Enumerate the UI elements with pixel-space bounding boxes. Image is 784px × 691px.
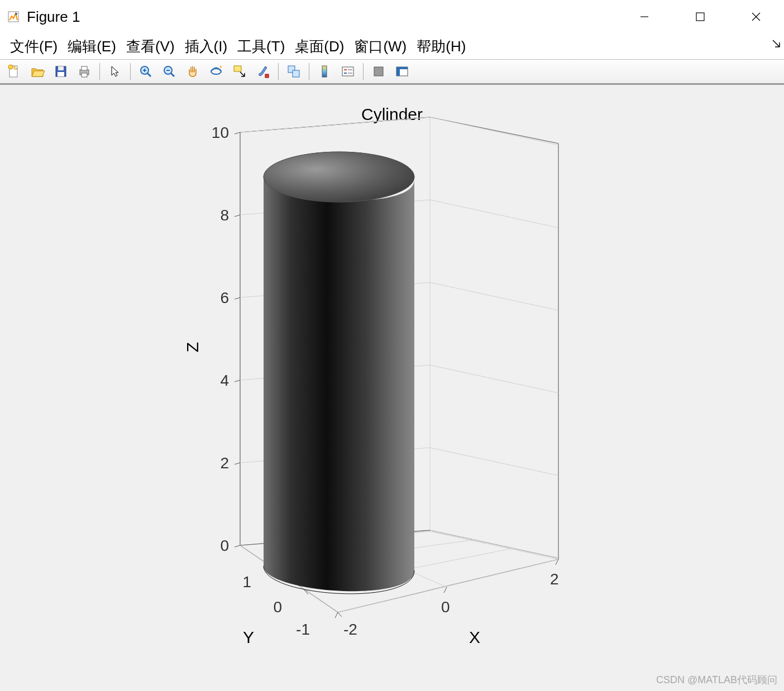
pointer-icon[interactable] [104,61,126,81]
open-file-icon[interactable] [27,61,48,81]
svg-line-19 [171,73,174,76]
datacursor-icon[interactable] [229,61,250,81]
svg-line-71 [235,215,240,217]
svg-point-7 [8,65,13,69]
svg-rect-9 [58,66,64,70]
menu-tools[interactable]: 工具(T) [234,36,288,57]
svg-line-68 [235,463,240,464]
z-tick-8: 8 [220,207,229,224]
watermark: CSDN @MATLAB代码顾问 [656,673,777,687]
menu-window[interactable]: 窗口(W) [351,36,410,57]
rotate3d-icon[interactable] [205,61,227,81]
z-axis-ticks: 0 2 4 6 8 10 [212,124,240,554]
legend-icon[interactable] [337,61,358,81]
matlab-figure-icon [7,10,20,23]
svg-line-15 [147,73,151,76]
close-button[interactable] [728,0,784,33]
svg-line-70 [235,297,240,299]
svg-rect-12 [82,66,87,70]
svg-rect-32 [374,67,383,76]
y-tick-0: 0 [273,598,282,616]
z-tick-10: 10 [212,124,229,141]
y-tick--1: -1 [296,621,310,638]
zoom-out-icon[interactable] [159,61,180,81]
z-tick-6: 6 [220,289,229,306]
svg-rect-25 [293,70,299,77]
toolbar [0,59,784,85]
z-axis-label: Z [183,342,202,352]
toolbar-separator [363,63,364,80]
print-icon[interactable] [74,61,95,81]
zoom-in-icon[interactable] [135,61,156,81]
maximize-button[interactable] [672,0,728,33]
toolbar-separator [130,63,131,80]
z-tick-4: 4 [220,372,229,389]
window-controls [616,0,784,33]
y-tick-1: 1 [242,573,251,591]
menu-desktop[interactable]: 桌面(D) [291,36,347,57]
svg-rect-23 [265,74,269,78]
svg-line-69 [235,380,240,382]
svg-rect-22 [234,66,241,71]
minimize-button[interactable] [616,0,672,33]
svg-line-73 [335,612,338,618]
titlebar: Figure 1 [0,0,784,33]
dock-arrow-icon[interactable] [772,39,781,50]
y-axis-label: Y [243,628,254,646]
window-title: Figure 1 [27,8,80,26]
svg-rect-27 [342,67,353,76]
menubar: 文件(F) 编辑(E) 查看(V) 插入(I) 工具(T) 桌面(D) 窗口(W… [0,33,784,59]
svg-line-76 [338,612,342,617]
dock-icon[interactable] [368,61,389,81]
cylinder-surface [264,152,414,594]
link-icon[interactable] [283,61,304,81]
svg-rect-10 [58,72,64,76]
svg-rect-35 [400,67,408,69]
axes-3d[interactable]: 0 2 4 6 8 10 -2 0 2 -1 0 1 Z X Y [0,85,784,691]
toolbar-separator [99,63,100,80]
svg-point-79 [264,152,414,202]
pan-icon[interactable] [182,61,203,81]
svg-line-72 [235,132,240,134]
svg-line-74 [444,587,447,593]
new-file-icon[interactable] [3,61,25,81]
menu-edit[interactable]: 编辑(E) [64,36,119,57]
x-tick-0: 0 [441,598,450,616]
svg-rect-34 [396,67,400,76]
save-icon[interactable] [50,61,71,81]
z-tick-0: 0 [220,537,229,554]
x-tick--2: -2 [343,621,357,638]
x-axis-label: X [469,628,480,646]
toolbar-separator [278,63,279,80]
svg-marker-37 [430,117,558,559]
svg-rect-26 [322,66,327,77]
plot-tools-icon[interactable] [391,61,413,81]
menu-view[interactable]: 查看(V) [123,36,178,57]
toolbar-separator [309,63,309,80]
colorbar-icon[interactable] [314,61,335,81]
z-tick-2: 2 [220,454,229,472]
menu-help[interactable]: 帮助(H) [413,36,469,57]
svg-line-67 [235,545,240,547]
x-tick-2: 2 [550,570,559,588]
menu-file[interactable]: 文件(F) [7,36,61,57]
menu-insert[interactable]: 插入(I) [181,36,231,57]
svg-rect-13 [82,73,87,77]
plot-area[interactable]: Cylinder [0,85,784,691]
svg-point-1 [15,13,17,15]
brush-icon[interactable] [252,61,274,81]
svg-rect-3 [696,13,704,21]
